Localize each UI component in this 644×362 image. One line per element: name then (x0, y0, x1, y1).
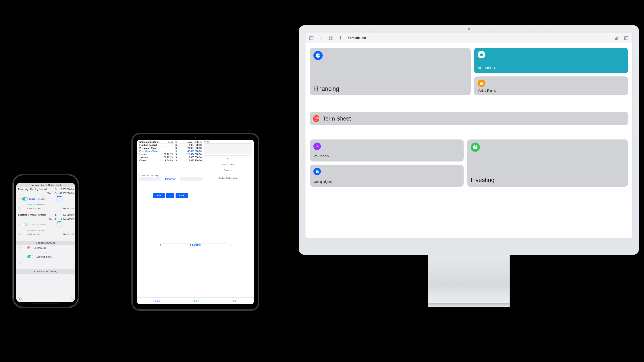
pie-chart-icon (471, 143, 480, 152)
investing-amount-row: Investing : Amount Invested $ 800 000.00 (16, 213, 75, 217)
pie-chart-icon (314, 51, 323, 60)
super-stock-row: ⠿ } Super Stock (16, 245, 75, 251)
ipad-camera (195, 137, 196, 138)
currency: $ (54, 218, 56, 220)
segment-control[interactable]: Term Sheet (138, 177, 202, 181)
expand-icon[interactable]: · (18, 197, 21, 201)
investing-total-row: Total $ 3 400 000.00 (16, 217, 75, 221)
chevron-left-icon[interactable] (319, 36, 324, 40)
list-icon[interactable]: ≣ (18, 262, 24, 265)
card-label: Voting Rights (478, 89, 624, 92)
total-value: 42 000 000.00 (56, 192, 74, 195)
divider-dots: ⋯ (16, 236, 75, 241)
svg-rect-2 (329, 36, 330, 38)
system-preferences-label: System Preferences (204, 177, 252, 179)
add-icon[interactable]: + (18, 233, 21, 236)
sidebar-icon[interactable] (309, 36, 314, 40)
radio-selected-icon[interactable] (28, 247, 30, 249)
investing-toggle[interactable] (22, 223, 28, 226)
columns-icon[interactable] (624, 36, 629, 40)
others-label: Others (36, 208, 42, 210)
investing-investors-row: · 23.529 % Investors (16, 221, 75, 228)
currency: $ (174, 156, 178, 159)
label: Pre Money Value (138, 147, 163, 150)
common-stock-toggle[interactable] (27, 255, 33, 258)
name-label: Name of the Company (138, 174, 202, 177)
leaders-pct: 49.694 % (27, 229, 36, 231)
financing-label: Financing (204, 169, 252, 171)
card-financing[interactable]: Financing (310, 48, 471, 95)
value: 29 000 000.00 (178, 147, 202, 150)
common-stock-brace: } (34, 256, 35, 258)
investors-label: Investors (36, 204, 45, 206)
equals-button[interactable]: = (166, 193, 174, 198)
briefcase-icon (478, 79, 485, 87)
investing-others-row: + 6.776 % Others 20.00 % Pool (16, 232, 75, 236)
currency: $ (174, 144, 178, 147)
pool-cell: Pool12.00 % (178, 141, 202, 144)
financing-title: Financing : (18, 188, 29, 191)
imac-screen: Simulfund Financing (306, 33, 632, 238)
value: 42 000 000.00 (178, 150, 202, 153)
svg-rect-0 (310, 36, 314, 40)
imac-mockup: Simulfund Financing (298, 25, 639, 309)
card-voting-rights-left[interactable]: Voting Rights (310, 165, 464, 187)
list-icon-row: ≣ (16, 261, 75, 265)
add-icon[interactable]: + (18, 207, 21, 210)
svg-rect-7 (615, 38, 616, 40)
date-label: May 22, 2024 (204, 163, 252, 165)
leaders-pct: 50.202 % (29, 198, 38, 200)
edit-button[interactable]: EDIT (153, 193, 165, 198)
tab-home[interactable]: Home (154, 300, 160, 302)
svg-point-20 (316, 146, 317, 147)
financing-total-row: Total $ 42 000 000.00 (16, 191, 75, 195)
financing-others-row: + 6.846 % Others 12.00 % Pool (16, 207, 75, 211)
scales-icon (314, 115, 319, 122)
tab-share[interactable]: Share (192, 300, 199, 302)
reorder-icon[interactable]: ⠿ (18, 247, 24, 249)
card-label: Financing (314, 85, 467, 92)
card-voting-rights-top[interactable]: Voting Rights (474, 76, 628, 95)
svg-rect-19 (316, 146, 318, 147)
total-label: Total (48, 218, 52, 220)
grid-icon[interactable] (328, 36, 333, 40)
mac-content: Financing Valuation (306, 43, 632, 238)
chart-icon[interactable] (614, 36, 619, 40)
close-button[interactable]: ✕ (70, 297, 74, 301)
total-label: Total (48, 192, 52, 195)
filter-button[interactable] (204, 155, 252, 162)
bottom-card-row: Valuation Voting Rights I (310, 139, 628, 187)
financing-slider[interactable]: { Financing } (160, 243, 231, 246)
card-valuation-top[interactable]: Valuation (474, 48, 628, 73)
value: 13 000 000.00 (178, 156, 202, 159)
financing-toggle[interactable] (22, 197, 28, 201)
gear-icon[interactable] (338, 36, 343, 40)
notes-textarea[interactable] (204, 143, 252, 154)
card-term-sheet[interactable]: Term Sheet › (310, 112, 628, 125)
bottom-left-column: Valuation Voting Rights (310, 139, 464, 187)
brace-right: } (230, 243, 231, 246)
expand-icon[interactable]: · (18, 223, 21, 226)
pool-pct: 20.00 % (62, 233, 69, 235)
others-pct: 6.776 % (27, 233, 35, 235)
company-name-section: Name of the Company Term Sheet (138, 174, 202, 181)
brace-left: { (160, 243, 161, 246)
super-stock-label: Super Stock (34, 247, 46, 249)
save-button[interactable]: SAVE (176, 193, 188, 198)
card-investing[interactable]: Investing (467, 139, 628, 187)
svg-rect-9 (618, 36, 618, 40)
home-indicator (32, 303, 59, 304)
value: 88.00 (163, 141, 174, 144)
slider-track[interactable]: Financing (163, 243, 228, 246)
investing-leaders-row: 49.694 % Leaders (16, 228, 75, 232)
funding-needed-value: 13 000 000.00 (56, 188, 74, 191)
segment-term-sheet[interactable]: Term Sheet (161, 177, 180, 181)
currency: $ (54, 188, 56, 191)
tab-clear[interactable]: Clear (232, 300, 237, 302)
app-title: Simulfund (348, 36, 366, 40)
menu-button[interactable]: ≡ (18, 297, 22, 301)
financing-investors-row: 30.952 % Investors (16, 203, 75, 207)
robot-icon (314, 143, 321, 150)
leaders-row: Leaders 50.202 % $ 21 084 800.00 (138, 153, 202, 156)
card-valuation-left[interactable]: Valuation (310, 139, 464, 161)
